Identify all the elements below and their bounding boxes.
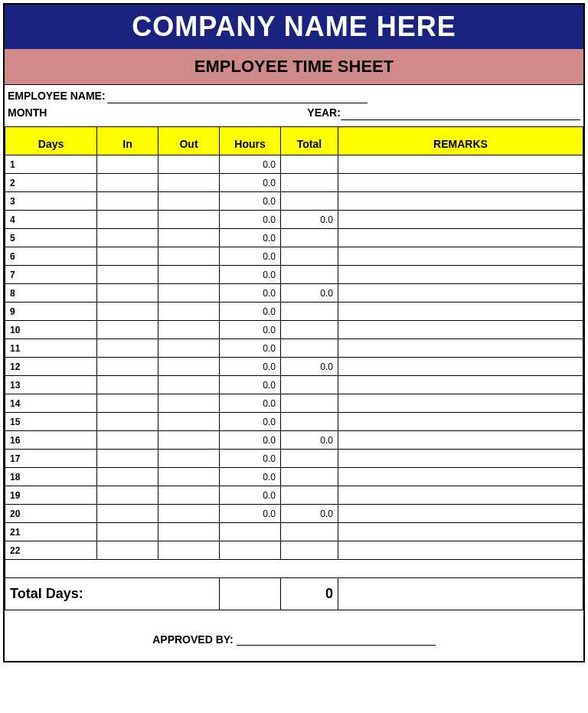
cell-in[interactable] bbox=[97, 450, 158, 468]
cell-day[interactable]: 14 bbox=[5, 394, 97, 413]
cell-remarks[interactable] bbox=[338, 505, 583, 523]
cell-remarks[interactable] bbox=[338, 541, 583, 560]
cell-total[interactable] bbox=[281, 541, 338, 560]
cell-total[interactable] bbox=[281, 523, 338, 541]
cell-out[interactable] bbox=[158, 505, 220, 523]
cell-day[interactable]: 5 bbox=[5, 229, 97, 247]
cell-total[interactable] bbox=[281, 155, 338, 174]
cell-total[interactable] bbox=[281, 339, 338, 358]
month-field[interactable] bbox=[47, 106, 307, 120]
cell-total[interactable] bbox=[281, 174, 338, 192]
cell-in[interactable] bbox=[97, 174, 158, 192]
cell-hours[interactable]: 0.0 bbox=[220, 155, 281, 174]
cell-day[interactable]: 20 bbox=[5, 505, 97, 523]
cell-in[interactable] bbox=[97, 211, 158, 229]
cell-total[interactable]: 0.0 bbox=[281, 505, 338, 523]
cell-hours[interactable]: 0.0 bbox=[220, 192, 281, 211]
cell-remarks[interactable] bbox=[338, 486, 583, 505]
cell-out[interactable] bbox=[158, 339, 220, 358]
cell-out[interactable] bbox=[158, 541, 220, 560]
cell-in[interactable] bbox=[97, 266, 158, 284]
cell-in[interactable] bbox=[97, 155, 158, 174]
cell-out[interactable] bbox=[158, 192, 220, 211]
cell-out[interactable] bbox=[158, 247, 220, 266]
cell-day[interactable]: 1 bbox=[5, 155, 97, 174]
employee-name-field[interactable] bbox=[107, 90, 368, 103]
cell-remarks[interactable] bbox=[338, 376, 583, 394]
cell-day[interactable]: 8 bbox=[5, 284, 97, 303]
cell-remarks[interactable] bbox=[338, 266, 583, 284]
cell-remarks[interactable] bbox=[338, 523, 583, 541]
cell-hours[interactable]: 0.0 bbox=[220, 247, 281, 266]
cell-out[interactable] bbox=[158, 431, 220, 450]
cell-remarks[interactable] bbox=[338, 192, 583, 211]
cell-remarks[interactable] bbox=[338, 413, 583, 431]
cell-hours[interactable]: 0.0 bbox=[220, 321, 281, 339]
cell-total[interactable] bbox=[281, 450, 338, 468]
cell-total[interactable] bbox=[281, 192, 338, 211]
cell-in[interactable] bbox=[97, 376, 158, 394]
cell-day[interactable]: 13 bbox=[5, 376, 97, 394]
cell-day[interactable]: 2 bbox=[5, 174, 97, 192]
cell-in[interactable] bbox=[97, 486, 158, 505]
cell-total[interactable]: 0.0 bbox=[281, 431, 338, 450]
cell-hours[interactable]: 0.0 bbox=[220, 431, 281, 450]
cell-day[interactable]: 22 bbox=[5, 541, 97, 560]
cell-hours[interactable] bbox=[220, 541, 281, 560]
approved-by-field[interactable] bbox=[237, 645, 436, 646]
cell-day[interactable]: 17 bbox=[5, 450, 97, 468]
cell-hours[interactable]: 0.0 bbox=[220, 339, 281, 358]
cell-hours[interactable]: 0.0 bbox=[220, 174, 281, 192]
cell-hours[interactable]: 0.0 bbox=[220, 211, 281, 229]
cell-hours[interactable]: 0.0 bbox=[220, 229, 281, 247]
cell-hours[interactable]: 0.0 bbox=[220, 394, 281, 413]
cell-in[interactable] bbox=[97, 523, 158, 541]
cell-hours[interactable]: 0.0 bbox=[220, 450, 281, 468]
cell-out[interactable] bbox=[158, 450, 220, 468]
cell-remarks[interactable] bbox=[338, 450, 583, 468]
cell-in[interactable] bbox=[97, 468, 158, 486]
cell-out[interactable] bbox=[158, 229, 220, 247]
cell-day[interactable]: 3 bbox=[5, 192, 97, 211]
cell-in[interactable] bbox=[97, 229, 158, 247]
cell-day[interactable]: 10 bbox=[5, 321, 97, 339]
cell-day[interactable]: 15 bbox=[5, 413, 97, 431]
cell-out[interactable] bbox=[158, 376, 220, 394]
cell-in[interactable] bbox=[97, 339, 158, 358]
cell-out[interactable] bbox=[158, 523, 220, 541]
cell-in[interactable] bbox=[97, 284, 158, 303]
cell-hours[interactable]: 0.0 bbox=[220, 284, 281, 303]
cell-remarks[interactable] bbox=[338, 303, 583, 321]
cell-remarks[interactable] bbox=[338, 468, 583, 486]
cell-day[interactable]: 12 bbox=[5, 358, 97, 376]
cell-total[interactable]: 0.0 bbox=[281, 211, 338, 229]
cell-in[interactable] bbox=[97, 431, 158, 450]
cell-remarks[interactable] bbox=[338, 284, 583, 303]
cell-day[interactable]: 6 bbox=[5, 247, 97, 266]
cell-out[interactable] bbox=[158, 358, 220, 376]
cell-total[interactable] bbox=[281, 321, 338, 339]
cell-day[interactable]: 9 bbox=[5, 303, 97, 321]
year-field[interactable] bbox=[341, 106, 580, 120]
cell-hours[interactable]: 0.0 bbox=[220, 303, 281, 321]
cell-total[interactable]: 0.0 bbox=[281, 358, 338, 376]
cell-out[interactable] bbox=[158, 211, 220, 229]
cell-remarks[interactable] bbox=[338, 431, 583, 450]
cell-in[interactable] bbox=[97, 358, 158, 376]
cell-out[interactable] bbox=[158, 155, 220, 174]
cell-remarks[interactable] bbox=[338, 321, 583, 339]
cell-remarks[interactable] bbox=[338, 211, 583, 229]
cell-hours[interactable]: 0.0 bbox=[220, 358, 281, 376]
cell-out[interactable] bbox=[158, 413, 220, 431]
cell-in[interactable] bbox=[97, 321, 158, 339]
cell-hours[interactable] bbox=[220, 523, 281, 541]
cell-day[interactable]: 7 bbox=[5, 266, 97, 284]
cell-day[interactable]: 4 bbox=[5, 211, 97, 229]
cell-total[interactable] bbox=[281, 247, 338, 266]
cell-in[interactable] bbox=[97, 541, 158, 560]
cell-out[interactable] bbox=[158, 486, 220, 505]
cell-in[interactable] bbox=[97, 192, 158, 211]
cell-total[interactable] bbox=[281, 394, 338, 413]
cell-in[interactable] bbox=[97, 505, 158, 523]
cell-remarks[interactable] bbox=[338, 358, 583, 376]
